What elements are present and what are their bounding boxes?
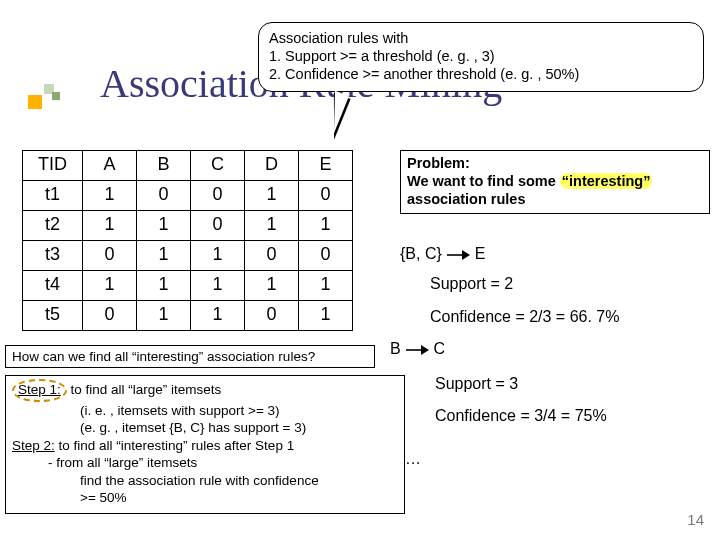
step-1-text: to find all “large” itemsets <box>67 382 222 397</box>
cell: 0 <box>83 301 137 331</box>
cell: 0 <box>191 211 245 241</box>
cell: 0 <box>83 241 137 271</box>
callout-line-2: 1. Support >= a threshold (e. g. , 3) <box>269 47 693 65</box>
step-1-sub1: (i. e. , itemsets with support >= 3) <box>12 402 398 420</box>
cell: 0 <box>299 241 353 271</box>
problem-l2: We want to find some “interesting” <box>407 172 703 190</box>
step-2-sub1: - from all “large” itemsets <box>12 454 398 472</box>
svg-marker-1 <box>462 250 470 260</box>
step-1-label: Step 1: <box>18 382 61 397</box>
cell: 1 <box>191 241 245 271</box>
deco-square-1 <box>28 95 42 109</box>
steps-box: Step 1: to find all “large” itemsets (i.… <box>5 375 405 514</box>
cell: 1 <box>83 211 137 241</box>
cell: 0 <box>245 241 299 271</box>
problem-l1: Problem: <box>407 154 703 172</box>
step-1-circle: Step 1: <box>12 379 67 402</box>
callout-line-3: 2. Confidence >= another threshold (e. g… <box>269 65 693 83</box>
th-a: A <box>83 151 137 181</box>
table-row: t110010 <box>23 181 353 211</box>
table-row: t411111 <box>23 271 353 301</box>
cell: 0 <box>245 301 299 331</box>
example-2-rule: B C <box>390 340 445 358</box>
cell: 1 <box>83 271 137 301</box>
cell: t1 <box>23 181 83 211</box>
cell: 0 <box>299 181 353 211</box>
step-1-sub2: (e. g. , itemset {B, C} has support = 3) <box>12 419 398 437</box>
th-tid: TID <box>23 151 83 181</box>
example-1-confidence: Confidence = 2/3 = 66. 7% <box>430 308 619 326</box>
th-c: C <box>191 151 245 181</box>
ex2-rhs: C <box>434 340 446 357</box>
problem-box: Problem: We want to find some “interesti… <box>400 150 710 214</box>
cell: t4 <box>23 271 83 301</box>
step-2-sub3: >= 50% <box>12 489 398 507</box>
highlight-interesting: “interesting” <box>560 173 653 189</box>
cell: t3 <box>23 241 83 271</box>
callout-line-1: Association rules with <box>269 29 693 47</box>
svg-marker-3 <box>421 345 429 355</box>
ex1-lhs: {B, C} <box>400 245 442 262</box>
cell: 1 <box>83 181 137 211</box>
table-row: t501101 <box>23 301 353 331</box>
example-1-support: Support = 2 <box>430 275 513 293</box>
ex1-rhs: E <box>475 245 486 262</box>
th-b: B <box>137 151 191 181</box>
deco-square-3 <box>52 92 60 100</box>
page-number: 14 <box>687 511 704 528</box>
cell: 1 <box>191 271 245 301</box>
cell: 1 <box>137 211 191 241</box>
cell: 0 <box>137 181 191 211</box>
example-1-rule: {B, C} E <box>400 245 485 263</box>
cell: 1 <box>137 241 191 271</box>
cell: 1 <box>137 271 191 301</box>
th-d: D <box>245 151 299 181</box>
problem-l2a: We want to find some <box>407 173 560 189</box>
cell: 1 <box>245 181 299 211</box>
step-2-line: Step 2: to find all “interesting” rules … <box>12 437 398 455</box>
step-2-text: to find all “interesting” rules after St… <box>55 438 294 453</box>
th-e: E <box>299 151 353 181</box>
cell: 1 <box>137 301 191 331</box>
step-2-sub2: find the association rule with confidenc… <box>12 472 398 490</box>
cell: 1 <box>299 301 353 331</box>
cell: t2 <box>23 211 83 241</box>
cell: 1 <box>299 211 353 241</box>
table-row: t211011 <box>23 211 353 241</box>
cell: t5 <box>23 301 83 331</box>
step-1-line: Step 1: to find all “large” itemsets <box>12 379 398 402</box>
ex2-lhs: B <box>390 340 401 357</box>
cell: 1 <box>245 271 299 301</box>
cell: 0 <box>191 181 245 211</box>
step-2-label: Step 2: <box>12 438 55 453</box>
example-2-confidence: Confidence = 3/4 = 75% <box>435 407 607 425</box>
cell: 1 <box>299 271 353 301</box>
callout-box: Association rules with 1. Support >= a t… <box>258 22 704 92</box>
problem-l3: association rules <box>407 190 703 208</box>
ellipsis: … <box>405 450 421 468</box>
example-2-support: Support = 3 <box>435 375 518 393</box>
table-row: t301100 <box>23 241 353 271</box>
transaction-table: TID A B C D E t110010 t211011 t301100 t4… <box>22 150 353 331</box>
arrow-right-icon <box>405 343 429 357</box>
cell: 1 <box>245 211 299 241</box>
cell: 1 <box>191 301 245 331</box>
how-question-box: How can we find all “interesting” associ… <box>5 345 375 368</box>
table-header-row: TID A B C D E <box>23 151 353 181</box>
arrow-right-icon <box>446 248 470 262</box>
